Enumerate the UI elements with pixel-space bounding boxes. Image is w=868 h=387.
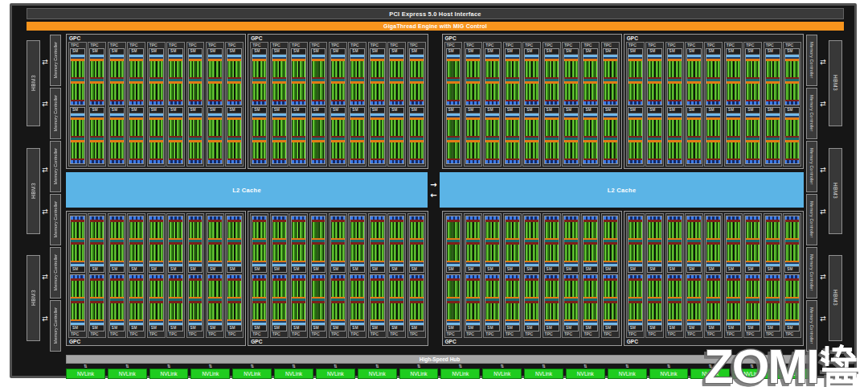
tpc-label: TPC: [705, 331, 722, 337]
sm-core-array: [564, 61, 578, 77]
sm-block: SM: [389, 107, 404, 164]
sm-area: SMSM: [388, 214, 405, 331]
sm-core-array: [169, 281, 182, 297]
sm-core-array: [604, 281, 617, 297]
sm-block: SM: [563, 107, 579, 164]
sm-core-array: [447, 61, 461, 77]
sm-label: SM: [447, 325, 461, 331]
memory-controller-strip: Memory Controller: [50, 300, 61, 352]
bidirectional-arrow-icon: ⇄: [39, 99, 51, 109]
tpc-label: TPC: [445, 331, 462, 337]
sm-core-array: [525, 222, 538, 238]
memory-controller-label: Memory Controller: [53, 254, 58, 290]
tpc-label: TPC: [226, 331, 243, 337]
sm-l1-data-cache-bar: [227, 101, 241, 105]
tpc-label: TPC: [167, 43, 184, 48]
sm-block: SM: [706, 274, 721, 331]
sm-block: SM: [784, 107, 800, 164]
sm-core-array: [727, 281, 740, 297]
sm-core-array: [746, 84, 760, 100]
sm-area: SMSM: [226, 48, 243, 166]
sm-core-array: [129, 61, 143, 77]
sm-label: SM: [410, 325, 424, 331]
sm-core-array: [525, 281, 538, 297]
sm-label: SM: [604, 266, 617, 272]
tpc-label: TPC: [207, 331, 223, 337]
tpc-label: TPC: [330, 43, 346, 48]
hbm-arrows-right: ⇄⇄⇄⇄⇄⇄: [817, 6, 829, 376]
sm-core-array: [208, 61, 222, 77]
sm-block: SM: [330, 107, 346, 164]
sm-core-array: [272, 61, 286, 77]
sm-core-array: [331, 222, 345, 238]
sm-l1-data-cache-bar: [466, 101, 480, 105]
sm-label: SM: [668, 49, 682, 55]
tpc-label: TPC: [543, 43, 560, 48]
sm-l1-data-cache-bar: [687, 101, 701, 105]
sm-l1-data-cache-bar: [506, 160, 519, 163]
sm-block: SM: [350, 274, 365, 331]
sm-area: SMSM: [251, 48, 268, 166]
sm-l1-data-cache-bar: [410, 160, 424, 163]
sm-l1-data-cache-bar: [71, 101, 84, 105]
sm-block: SM: [227, 48, 242, 105]
sm-label: SM: [252, 325, 266, 331]
sm-core-array: [312, 222, 326, 238]
hbm3-label: HBM3: [833, 290, 838, 306]
memory-controller-label: Memory Controller: [809, 42, 814, 78]
sm-label: SM: [785, 266, 799, 272]
tpc-block: TPCSMSM: [166, 42, 185, 167]
sm-core-array: [766, 142, 780, 159]
nvlink-unit: ⇅NVLink: [274, 364, 313, 379]
memory-controller-label: Memory Controller: [53, 148, 58, 184]
tpc-label: TPC: [369, 331, 386, 337]
sm-core-array: [706, 142, 720, 159]
tpc-block: TPCSMSM: [186, 213, 205, 338]
sm-core-array: [727, 245, 740, 261]
sm-label: SM: [312, 108, 326, 113]
sm-area: SMSM: [88, 214, 105, 331]
pci-express-host-interface-bar: PCI Express 5.0 Host Interface: [27, 8, 844, 19]
tpc-block: TPCSMSM: [186, 42, 205, 167]
sm-block: SM: [726, 216, 741, 273]
sm-area: SMSM: [369, 214, 386, 331]
sm-core-array: [628, 84, 642, 100]
sm-area: SMSM: [251, 214, 268, 331]
gpc-label-row: GPC: [624, 35, 803, 42]
memory-controller-strip: Memory Controller: [50, 194, 61, 245]
sm-label: SM: [648, 108, 661, 113]
sm-area: SMSM: [369, 48, 386, 166]
sm-label: SM: [252, 49, 266, 55]
sm-label: SM: [189, 108, 203, 113]
sm-label: SM: [447, 108, 461, 113]
nvlink-unit: ⇅NVLink: [108, 364, 147, 379]
sm-label: SM: [766, 325, 780, 331]
nvlink-unit: ⇅NVLink: [316, 364, 355, 379]
sm-area: SMSM: [666, 214, 683, 331]
tpc-label: TPC: [271, 43, 288, 48]
sm-core-array: [564, 84, 578, 100]
sm-label: SM: [350, 49, 364, 55]
sm-l1-data-cache-bar: [706, 101, 720, 105]
sm-area: SMSM: [69, 214, 86, 331]
sm-core-array: [149, 84, 163, 100]
sm-block: SM: [647, 274, 662, 331]
sm-core-array: [746, 61, 760, 77]
tpc-block: TPCSMSM: [626, 213, 645, 338]
sm-label: SM: [292, 325, 305, 331]
nvlink-label: NVLink: [161, 371, 178, 377]
sm-core-array: [390, 142, 403, 159]
sm-area: SMSM: [627, 214, 644, 331]
pci-express-label: PCI Express 5.0 Host Interface: [389, 10, 481, 18]
sm-core-array: [331, 303, 345, 319]
sm-core-array: [390, 281, 403, 297]
gpc-block: GPCTPCSMSMTPCSMSMTPCSMSMTPCSMSMTPCSMSMTP…: [624, 34, 804, 169]
sm-core-array: [727, 222, 740, 238]
sm-block: SM: [524, 48, 539, 105]
sm-block: SM: [784, 274, 800, 331]
hbm3-block: HBM3: [27, 255, 40, 341]
nvlink-label: NVLink: [369, 371, 386, 377]
sm-area: SMSM: [725, 48, 742, 166]
tpc-block: TPCSMSM: [601, 213, 620, 338]
sm-label: SM: [371, 266, 384, 272]
